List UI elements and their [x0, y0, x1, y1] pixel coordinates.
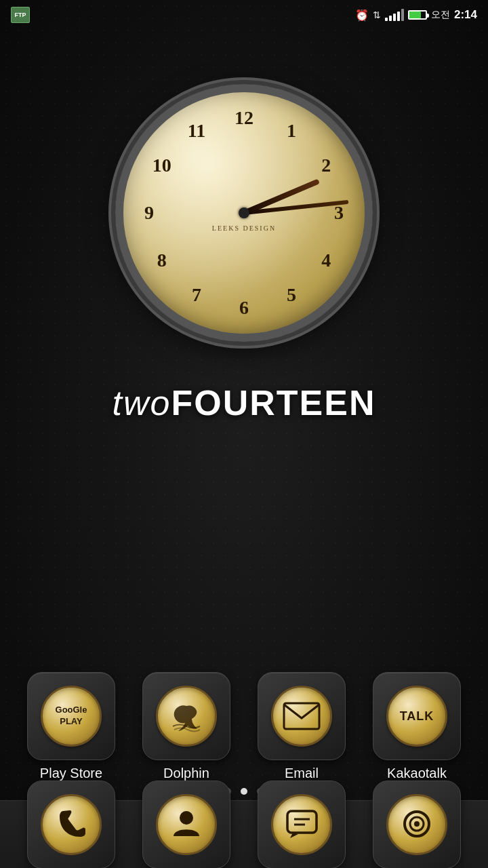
dock-camera[interactable] [373, 781, 461, 869]
time-display: twoFOURTEEN [113, 382, 376, 423]
time-prefix: two [113, 383, 171, 422]
clock-num-7: 7 [192, 284, 201, 306]
dolphin-icon[interactable] [142, 672, 230, 760]
kakaotalk-icon-text: TALK [400, 709, 434, 724]
clock-center [239, 208, 249, 218]
app-item-dolphin[interactable]: Dolphin [136, 672, 237, 781]
clock-num-9: 9 [144, 202, 154, 224]
camera-icon [399, 806, 436, 843]
clock-brand: LEEKS DESIGN [212, 224, 276, 232]
dock-contacts[interactable] [142, 781, 230, 869]
contacts-icon [168, 806, 205, 843]
clock-num-5: 5 [287, 284, 296, 306]
app-item-kakaotalk[interactable]: TALK Kakaotalk [366, 672, 468, 781]
status-left: FTP [11, 7, 30, 23]
svg-rect-0 [284, 703, 319, 729]
clock-num-8: 8 [157, 250, 167, 271]
battery-icon [408, 10, 427, 20]
svg-rect-2 [287, 811, 317, 833]
battery-fill [409, 12, 421, 18]
svg-point-7 [414, 821, 420, 827]
clock-time: 2:14 [454, 8, 477, 22]
dolphin-label: Dolphin [163, 766, 209, 781]
messages-icon [283, 806, 321, 843]
clock-num-6: 6 [239, 297, 249, 319]
status-bar: FTP ⏰ ⇅ 오전 2:14 [0, 0, 488, 30]
clock-num-11: 11 [188, 120, 205, 142]
kakaotalk-icon[interactable]: TALK [373, 672, 461, 760]
clock-widget[interactable]: 121234567891011 LEEKS DESIGN [115, 84, 373, 342]
page-dot-2[interactable] [241, 788, 247, 795]
transfer-icon: ⇅ [373, 9, 381, 20]
svg-point-1 [180, 811, 193, 825]
time-label: 오전 [431, 9, 450, 21]
email-svg [281, 699, 322, 733]
app-item-play-store[interactable]: GooGlePLAY Play Store [20, 672, 122, 781]
clock-num-2: 2 [321, 155, 331, 176]
clock-num-10: 10 [152, 155, 171, 176]
kakaotalk-label: Kakaotalk [387, 766, 447, 781]
play-store-label: Play Store [40, 766, 102, 781]
phone-icon [53, 806, 90, 843]
app-grid: GooGlePLAY Play Store [0, 672, 488, 787]
play-store-icon[interactable]: GooGlePLAY [27, 672, 115, 760]
time-suffix: FOURTEEN [171, 383, 375, 422]
email-label: Email [285, 766, 319, 781]
app-row-main: GooGlePLAY Play Store [14, 672, 474, 781]
clock-face: 121234567891011 LEEKS DESIGN [115, 84, 373, 342]
ftp-app-icon: FTP [11, 7, 30, 23]
dock-messages[interactable] [258, 781, 346, 869]
email-icon[interactable] [258, 672, 346, 760]
alarm-icon: ⏰ [355, 9, 369, 22]
play-store-icon-text: GooGlePLAY [56, 705, 87, 728]
bottom-dock [0, 800, 488, 868]
clock-num-12: 12 [235, 107, 253, 129]
clock-num-1: 1 [287, 120, 296, 142]
dock-phone[interactable] [27, 781, 115, 869]
clock-num-4: 4 [321, 250, 331, 271]
app-item-email[interactable]: Email [251, 672, 352, 781]
signal-bars [385, 9, 404, 21]
status-right: ⏰ ⇅ 오전 2:14 [355, 8, 477, 22]
dolphin-svg [166, 696, 207, 736]
main-content: 121234567891011 LEEKS DESIGN twoFOURTEEN… [0, 30, 488, 868]
